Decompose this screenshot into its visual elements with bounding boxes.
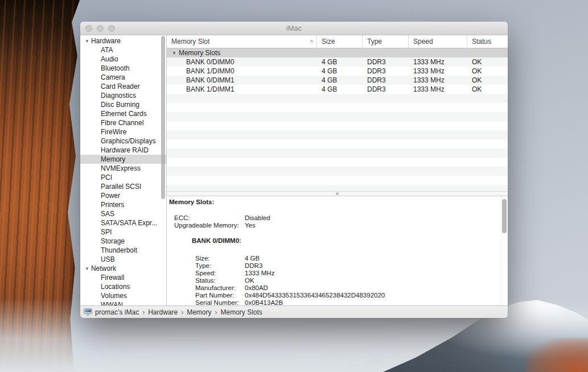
sidebar-item-memory[interactable]: Memory (80, 155, 166, 164)
sidebar-item-audio[interactable]: Audio (80, 55, 166, 64)
cell-status: OK (467, 67, 508, 76)
cell-size: 4 GB (317, 85, 363, 94)
column-header-size[interactable]: Size (317, 35, 363, 48)
sidebar-item-volumes[interactable]: Volumes (80, 291, 166, 300)
sidebar-item-disc-burning[interactable]: Disc Burning (80, 100, 166, 109)
table-row[interactable]: BANK 1/DIMM1 4 GB DDR3 1333 MHz OK (167, 85, 508, 94)
detail-value: OK (245, 277, 254, 284)
column-label: Size (322, 38, 335, 46)
breadcrumb-separator-icon: › (215, 308, 217, 316)
cell-status: OK (467, 85, 508, 94)
sidebar-item-nvmexpress[interactable]: NVMExpress (80, 164, 166, 173)
sidebar-item-storage[interactable]: Storage (80, 237, 166, 246)
column-header-type[interactable]: Type (363, 35, 409, 48)
sidebar-item-locations[interactable]: Locations (80, 282, 166, 291)
category-sidebar: ▼Hardware ATA Audio Bluetooth Camera Car… (80, 35, 167, 305)
sidebar-item-card-reader[interactable]: Card Reader (80, 82, 166, 91)
column-header-speed[interactable]: Speed (409, 35, 467, 48)
detail-value: 0x0B413A2B (245, 299, 283, 305)
sidebar-section-network[interactable]: ▼Network (80, 264, 166, 273)
sidebar-item-bluetooth[interactable]: Bluetooth (80, 64, 166, 73)
detail-label: Type: (195, 262, 245, 270)
cell-type: DDR3 (363, 76, 409, 85)
disclosure-triangle-icon: ▼ (85, 266, 89, 271)
sidebar-item-ethernet-cards[interactable]: Ethernet Cards (80, 109, 166, 118)
detail-label: Manufacturer: (195, 284, 245, 292)
table-row[interactable]: BANK 1/DIMM0 4 GB DDR3 1333 MHz OK (167, 67, 508, 76)
detail-pane: Memory Slots: ECC:Disabled Upgradeable M… (167, 196, 508, 305)
cell-size: 4 GB (317, 76, 363, 85)
breadcrumb-hardware: Hardware (148, 308, 178, 316)
sidebar-item-firewall[interactable]: Firewall (80, 273, 166, 282)
detail-label: Serial Number: (195, 299, 245, 305)
detail-scrollbar-track[interactable] (501, 196, 508, 305)
detail-label: Upgradeable Memory: (174, 222, 245, 229)
status-bar: promac’s iMac › Hardware › Memory › Memo… (80, 305, 508, 318)
cell-speed: 1333 MHz (409, 57, 467, 67)
sidebar-section-hardware[interactable]: ▼Hardware (80, 36, 166, 46)
imac-icon (84, 308, 92, 316)
detail-summary: ECC:Disabled Upgradeable Memory:Yes (167, 214, 508, 229)
sidebar-item-printers[interactable]: Printers (80, 200, 166, 209)
cell-slot: BANK 0/DIMM1 (167, 76, 317, 85)
close-button[interactable] (85, 25, 92, 32)
column-header-status[interactable]: Status (467, 35, 508, 48)
detail-label: Size: (195, 255, 245, 262)
sidebar-item-usb[interactable]: USB (80, 255, 166, 264)
table-row[interactable]: BANK 0/DIMM0 4 GB DDR3 1333 MHz OK (167, 57, 508, 67)
sidebar-item-parallel-scsi[interactable]: Parallel SCSI (80, 182, 166, 191)
detail-scrollbar-thumb[interactable] (502, 199, 507, 233)
column-label: Memory Slot (171, 38, 209, 46)
table-row[interactable]: BANK 0/DIMM1 4 GB DDR3 1333 MHz OK (167, 76, 508, 85)
detail-value: 0x80AD (245, 284, 268, 292)
detail-value: 4 GB (245, 255, 260, 262)
detail-value: 0x484D54333531533643465238432D48392020 (245, 292, 385, 299)
desktop-wallpaper: iMac ▼Hardware ATA Audio Bluetooth Camer… (0, 0, 588, 372)
table-body: BANK 0/DIMM0 4 GB DDR3 1333 MHz OK BANK … (167, 57, 508, 94)
memory-slots-pane: Memory Slot ^ Size Type Speed Status ▼ M… (167, 35, 508, 305)
cell-slot: BANK 1/DIMM1 (167, 85, 317, 94)
window-titlebar[interactable]: iMac (80, 22, 508, 35)
sidebar-item-thunderbolt[interactable]: Thunderbolt (80, 246, 166, 255)
minimize-button[interactable] (97, 25, 104, 32)
sidebar-item-pci[interactable]: PCI (80, 173, 166, 182)
sidebar-item-spi[interactable]: SPI (80, 228, 166, 237)
zoom-button[interactable] (108, 25, 115, 32)
sidebar-item-ata[interactable]: ATA (80, 46, 166, 55)
sidebar-item-fibre-channel[interactable]: Fibre Channel (80, 118, 166, 127)
cell-status: OK (467, 76, 508, 85)
breadcrumb-memory: Memory (187, 308, 211, 316)
detail-label: Status: (195, 277, 245, 284)
sidebar-item-diagnostics[interactable]: Diagnostics (80, 91, 166, 100)
sidebar-item-firewire[interactable]: FireWire (80, 127, 166, 137)
window-content: ▼Hardware ATA Audio Bluetooth Camera Car… (80, 35, 508, 305)
pane-splitter[interactable] (167, 191, 508, 196)
column-label: Type (367, 38, 382, 46)
sidebar-item-sas[interactable]: SAS (80, 209, 166, 218)
cell-type: DDR3 (363, 85, 409, 94)
detail-label: Speed: (195, 270, 245, 277)
cell-size: 4 GB (317, 67, 363, 76)
cell-size: 4 GB (317, 57, 363, 67)
sidebar-item-power[interactable]: Power (80, 191, 166, 200)
sidebar-item-camera[interactable]: Camera (80, 73, 166, 82)
sidebar-scrollbar-thumb[interactable] (161, 36, 165, 199)
sidebar-item-sata[interactable]: SATA/SATA Expr... (80, 218, 166, 228)
breadcrumb-separator-icon: › (142, 308, 145, 316)
splitter-grip-icon (336, 192, 339, 195)
breadcrumb-separator-icon: › (181, 308, 183, 316)
bank-heading: BANK 0/DIMM0: (192, 237, 508, 245)
disclosure-triangle-icon: ▼ (85, 39, 89, 44)
group-label: Memory Slots (179, 49, 220, 57)
breadcrumb-computer: promac’s iMac (95, 308, 139, 316)
sidebar-item-wwan[interactable]: WWAN (80, 300, 166, 305)
table-empty-rows (167, 94, 508, 191)
detail-value: DDR3 (245, 262, 262, 270)
cell-slot: BANK 1/DIMM0 (167, 67, 317, 76)
system-information-window: iMac ▼Hardware ATA Audio Bluetooth Camer… (80, 22, 508, 318)
sidebar-item-hardware-raid[interactable]: Hardware RAID (80, 146, 166, 155)
table-group-row-memory-slots[interactable]: ▼ Memory Slots (167, 48, 508, 57)
autumn-trees (525, 338, 588, 372)
sidebar-item-graphics-displays[interactable]: Graphics/Displays (80, 137, 166, 146)
column-header-memory-slot[interactable]: Memory Slot ^ (167, 35, 317, 48)
